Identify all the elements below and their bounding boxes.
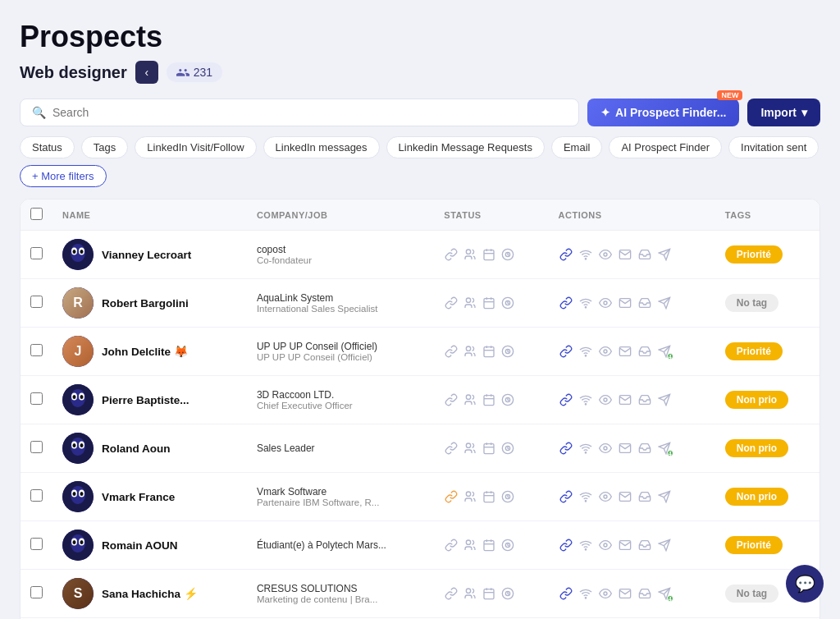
status-calendar-icon[interactable] xyxy=(482,392,496,407)
status-link-icon[interactable] xyxy=(444,344,459,359)
action-send-icon[interactable] xyxy=(657,392,672,407)
action-link-icon[interactable] xyxy=(559,344,573,359)
action-eye-icon[interactable] xyxy=(598,538,613,553)
status-email-icon[interactable] xyxy=(500,344,515,359)
status-link-icon[interactable] xyxy=(444,392,459,407)
action-signal-icon[interactable] xyxy=(578,538,593,553)
status-email-icon[interactable] xyxy=(500,247,515,262)
action-eye-icon[interactable] xyxy=(598,247,613,262)
action-link-icon[interactable] xyxy=(559,489,573,504)
tag-badge[interactable]: No tag xyxy=(725,585,778,603)
status-link-icon[interactable] xyxy=(444,441,459,456)
status-group-icon[interactable] xyxy=(463,392,477,407)
select-all-header[interactable] xyxy=(21,199,52,231)
row-checkbox-cell[interactable] xyxy=(21,473,52,521)
status-group-icon[interactable] xyxy=(463,296,477,310)
action-signal-icon[interactable] xyxy=(578,441,593,456)
action-eye-icon[interactable] xyxy=(598,296,613,310)
action-mail-icon[interactable] xyxy=(618,296,632,310)
action-inbox-icon[interactable] xyxy=(637,344,652,359)
action-eye-icon[interactable] xyxy=(598,586,613,601)
row-checkbox[interactable] xyxy=(30,489,43,502)
tag-badge[interactable]: Non prio xyxy=(725,488,788,506)
status-calendar-icon[interactable] xyxy=(482,247,496,262)
action-signal-icon[interactable] xyxy=(578,392,593,407)
action-send-icon[interactable]: 4 xyxy=(657,586,672,601)
action-signal-icon[interactable] xyxy=(578,586,593,601)
more-filters-button[interactable]: + More filters xyxy=(20,165,107,187)
status-calendar-icon[interactable] xyxy=(482,344,496,359)
tag-badge[interactable]: Non prio xyxy=(725,439,788,457)
action-send-icon[interactable]: 4 xyxy=(657,344,672,359)
action-link-icon[interactable] xyxy=(559,296,573,310)
status-calendar-icon[interactable] xyxy=(482,586,496,601)
status-link-icon[interactable] xyxy=(444,489,459,504)
row-checkbox-cell[interactable] xyxy=(21,424,52,473)
status-email-icon[interactable] xyxy=(500,489,515,504)
tag-badge[interactable]: Priorité xyxy=(725,245,783,264)
action-mail-icon[interactable] xyxy=(618,344,632,359)
status-calendar-icon[interactable] xyxy=(482,538,496,553)
status-group-icon[interactable] xyxy=(463,586,477,601)
filter-tags[interactable]: Tags xyxy=(81,136,128,158)
filter-linkedin-requests[interactable]: Linkedin Message Requests xyxy=(386,136,545,158)
status-calendar-icon[interactable] xyxy=(482,296,496,310)
action-send-icon[interactable] xyxy=(657,538,672,553)
action-send-icon[interactable] xyxy=(657,247,672,262)
action-mail-icon[interactable] xyxy=(618,489,632,504)
action-link-icon[interactable] xyxy=(559,538,573,553)
status-link-icon[interactable] xyxy=(444,538,459,553)
row-checkbox-cell[interactable] xyxy=(21,328,52,376)
select-all-checkbox[interactable] xyxy=(30,208,43,220)
action-link-icon[interactable] xyxy=(559,247,573,262)
action-signal-icon[interactable] xyxy=(578,247,593,262)
action-signal-icon[interactable] xyxy=(578,296,593,310)
action-send-icon[interactable]: 4 xyxy=(657,441,672,456)
filter-invitation[interactable]: Invitation sent xyxy=(728,136,819,158)
status-email-icon[interactable] xyxy=(500,538,515,553)
filter-ai-prospect[interactable]: AI Prospect Finder xyxy=(609,136,722,158)
filter-linkedin-messages[interactable]: LinkedIn messages xyxy=(263,136,380,158)
action-mail-icon[interactable] xyxy=(618,247,632,262)
action-inbox-icon[interactable] xyxy=(637,538,652,553)
row-checkbox[interactable] xyxy=(30,247,43,259)
status-email-icon[interactable] xyxy=(500,296,515,310)
tag-badge[interactable]: Non prio xyxy=(725,391,788,409)
action-inbox-icon[interactable] xyxy=(637,392,652,407)
status-group-icon[interactable] xyxy=(463,538,477,553)
action-inbox-icon[interactable] xyxy=(637,296,652,310)
row-checkbox-cell[interactable] xyxy=(21,521,52,570)
filter-linkedin-visit[interactable]: LinkedIn Visit/Follow xyxy=(135,136,256,158)
status-group-icon[interactable] xyxy=(463,247,477,262)
action-signal-icon[interactable] xyxy=(578,489,593,504)
action-inbox-icon[interactable] xyxy=(637,247,652,262)
filter-email[interactable]: Email xyxy=(551,136,603,158)
row-checkbox[interactable] xyxy=(30,538,43,550)
action-eye-icon[interactable] xyxy=(598,392,613,407)
action-inbox-icon[interactable] xyxy=(637,489,652,504)
action-eye-icon[interactable] xyxy=(598,489,613,504)
action-signal-icon[interactable] xyxy=(578,344,593,359)
tag-badge[interactable]: Priorité xyxy=(725,342,783,360)
status-link-icon[interactable] xyxy=(444,247,459,262)
action-mail-icon[interactable] xyxy=(618,392,632,407)
tag-badge[interactable]: Priorité xyxy=(725,536,783,554)
status-email-icon[interactable] xyxy=(500,586,515,601)
action-mail-icon[interactable] xyxy=(618,538,632,553)
back-button[interactable]: ‹ xyxy=(135,61,158,84)
row-checkbox[interactable] xyxy=(30,441,43,453)
row-checkbox[interactable] xyxy=(30,296,43,308)
row-checkbox[interactable] xyxy=(30,586,43,598)
action-link-icon[interactable] xyxy=(559,392,573,407)
action-eye-icon[interactable] xyxy=(598,441,613,456)
row-checkbox-cell[interactable] xyxy=(21,376,52,424)
row-checkbox-cell[interactable] xyxy=(21,570,52,618)
tag-badge[interactable]: No tag xyxy=(725,294,778,312)
action-eye-icon[interactable] xyxy=(598,344,613,359)
ai-prospect-finder-button[interactable]: ✦ AI Prospect Finder... NEW xyxy=(587,99,739,126)
status-email-icon[interactable] xyxy=(500,392,515,407)
status-group-icon[interactable] xyxy=(463,344,477,359)
filter-status[interactable]: Status xyxy=(20,136,75,158)
row-checkbox[interactable] xyxy=(30,344,43,356)
status-calendar-icon[interactable] xyxy=(482,441,496,456)
